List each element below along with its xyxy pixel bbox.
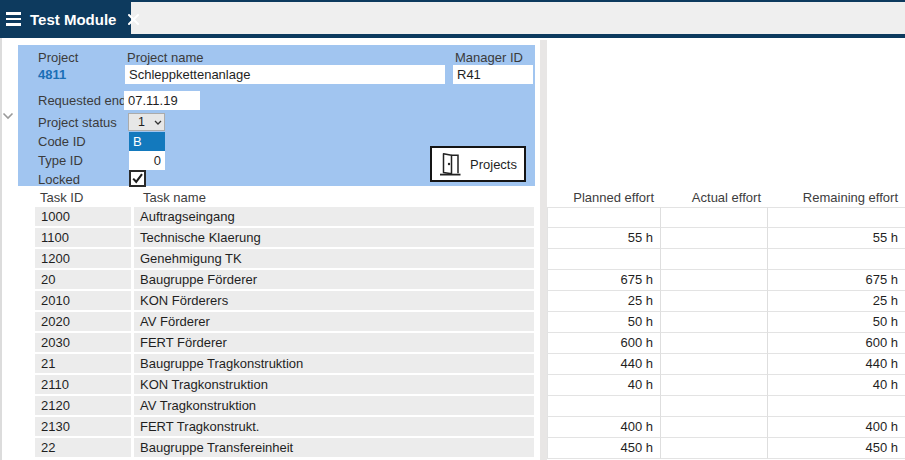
task-name-cell[interactable]: KON Tragkonstruktion bbox=[134, 375, 534, 394]
planned-effort-cell[interactable]: 675 h bbox=[547, 270, 661, 291]
planned-effort-cell[interactable] bbox=[547, 396, 661, 417]
task-name-cell[interactable]: KON Förderers bbox=[134, 291, 534, 310]
actual-effort-cell[interactable] bbox=[661, 396, 768, 417]
task-name-cell[interactable]: Technische Klaerung bbox=[134, 228, 534, 247]
locked-checkbox[interactable] bbox=[129, 170, 146, 187]
remaining-effort-cell[interactable]: 40 h bbox=[768, 375, 905, 396]
project-status-label: Project status bbox=[38, 115, 117, 130]
task-row[interactable]: 20Baugruppe Förderer bbox=[35, 270, 534, 289]
task-row[interactable]: 2010KON Förderers bbox=[35, 291, 534, 310]
task-row[interactable]: 2030FERT Förderer bbox=[35, 333, 534, 352]
remaining-effort-cell[interactable]: 50 h bbox=[768, 312, 905, 333]
task-id-cell[interactable]: 1000 bbox=[35, 207, 131, 226]
task-name-cell[interactable]: AV Förderer bbox=[134, 312, 534, 331]
task-name-cell[interactable]: FERT Tragkonstrukt. bbox=[134, 417, 534, 436]
task-rows-right: 55 h55 h675 h675 h25 h25 h50 h50 h600 h6… bbox=[547, 207, 905, 459]
task-id-cell[interactable]: 20 bbox=[35, 270, 131, 289]
actual-effort-cell[interactable] bbox=[661, 249, 768, 270]
close-icon[interactable] bbox=[127, 13, 140, 26]
task-row[interactable]: 22Baugruppe Transfereinheit bbox=[35, 438, 534, 457]
task-row[interactable]: 2110KON Tragkonstruktion bbox=[35, 375, 534, 394]
planned-effort-cell[interactable] bbox=[547, 207, 661, 228]
remaining-effort-cell[interactable]: 400 h bbox=[768, 417, 905, 438]
planned-effort-cell[interactable]: 40 h bbox=[547, 375, 661, 396]
actual-effort-cell[interactable] bbox=[661, 207, 768, 228]
manager-id-input[interactable] bbox=[453, 65, 533, 84]
actual-effort-cell[interactable] bbox=[661, 375, 768, 396]
remaining-effort-cell[interactable]: 440 h bbox=[768, 354, 905, 375]
task-row[interactable]: 2020AV Förderer bbox=[35, 312, 534, 331]
task-id-cell[interactable]: 2110 bbox=[35, 375, 131, 394]
task-name-cell[interactable]: Baugruppe Förderer bbox=[134, 270, 534, 289]
task-id-cell[interactable]: 1100 bbox=[35, 228, 131, 247]
remaining-effort-cell[interactable]: 25 h bbox=[768, 291, 905, 312]
actual-effort-cell[interactable] bbox=[661, 270, 768, 291]
remaining-effort-cell[interactable] bbox=[768, 249, 905, 270]
remaining-effort-cell[interactable] bbox=[768, 207, 905, 228]
requested-end-input[interactable] bbox=[124, 91, 200, 110]
chevron-down-icon[interactable] bbox=[2, 106, 14, 124]
tab-title: Test Module bbox=[30, 11, 116, 28]
planned-effort-cell[interactable]: 450 h bbox=[547, 438, 661, 459]
planned-effort-cell[interactable]: 50 h bbox=[547, 312, 661, 333]
actual-effort-cell[interactable] bbox=[661, 354, 768, 375]
task-id-cell[interactable]: 22 bbox=[35, 438, 131, 457]
task-name-cell[interactable]: Baugruppe Tragkonstruktion bbox=[134, 354, 534, 373]
planned-effort-cell[interactable]: 55 h bbox=[547, 228, 661, 249]
tab-test-module[interactable]: Test Module bbox=[0, 0, 131, 38]
remaining-effort-cell[interactable]: 55 h bbox=[768, 228, 905, 249]
task-id-cell[interactable]: 2020 bbox=[35, 312, 131, 331]
task-id-cell[interactable]: 2030 bbox=[35, 333, 131, 352]
remaining-effort-cell[interactable]: 675 h bbox=[768, 270, 905, 291]
column-header-planned-effort[interactable]: Planned effort bbox=[547, 190, 661, 205]
task-row[interactable]: 21Baugruppe Tragkonstruktion bbox=[35, 354, 534, 373]
locked-label: Locked bbox=[38, 172, 80, 187]
task-id-cell[interactable]: 2010 bbox=[35, 291, 131, 310]
project-number-value[interactable]: 4811 bbox=[38, 67, 66, 82]
project-form-panel: Project Project name Manager ID 4811 Req… bbox=[18, 45, 535, 186]
projects-button[interactable]: Projects bbox=[430, 146, 526, 182]
task-id-cell[interactable]: 21 bbox=[35, 354, 131, 373]
task-id-cell[interactable]: 1200 bbox=[35, 249, 131, 268]
tab-bar-empty-area bbox=[131, 2, 905, 34]
planned-effort-cell[interactable] bbox=[547, 249, 661, 270]
task-row[interactable]: 1000Auftragseingang bbox=[35, 207, 534, 226]
planned-effort-cell[interactable]: 400 h bbox=[547, 417, 661, 438]
task-effort-row: 25 h25 h bbox=[547, 291, 905, 312]
actual-effort-cell[interactable] bbox=[661, 417, 768, 438]
planned-effort-cell[interactable]: 600 h bbox=[547, 333, 661, 354]
actual-effort-cell[interactable] bbox=[661, 312, 768, 333]
planned-effort-cell[interactable]: 440 h bbox=[547, 354, 661, 375]
task-name-cell[interactable]: Auftragseingang bbox=[134, 207, 534, 226]
code-id-input[interactable]: B bbox=[129, 132, 165, 151]
task-row[interactable]: 1200Genehmigung TK bbox=[35, 249, 534, 268]
actual-effort-cell[interactable] bbox=[661, 228, 768, 249]
remaining-effort-cell[interactable]: 600 h bbox=[768, 333, 905, 354]
project-name-input[interactable] bbox=[125, 65, 445, 84]
actual-effort-cell[interactable] bbox=[661, 291, 768, 312]
manager-id-label: Manager ID bbox=[455, 50, 523, 65]
task-name-cell[interactable]: AV Tragkonstruktion bbox=[134, 396, 534, 415]
task-row[interactable]: 2130FERT Tragkonstrukt. bbox=[35, 417, 534, 436]
task-name-cell[interactable]: Baugruppe Transfereinheit bbox=[134, 438, 534, 457]
actual-effort-cell[interactable] bbox=[661, 438, 768, 459]
task-name-cell[interactable]: Genehmigung TK bbox=[134, 249, 534, 268]
hamburger-icon[interactable] bbox=[6, 12, 21, 25]
task-effort-row bbox=[547, 249, 905, 270]
task-id-cell[interactable]: 2130 bbox=[35, 417, 131, 436]
task-row[interactable]: 2120AV Tragkonstruktion bbox=[35, 396, 534, 415]
type-id-input[interactable] bbox=[129, 151, 165, 170]
column-header-remaining-effort[interactable]: Remaining effort bbox=[768, 190, 905, 205]
column-header-task-id[interactable]: Task ID bbox=[40, 190, 83, 205]
column-header-actual-effort[interactable]: Actual effort bbox=[661, 190, 768, 205]
column-header-task-name[interactable]: Task name bbox=[143, 190, 206, 205]
task-row[interactable]: 1100Technische Klaerung bbox=[35, 228, 534, 247]
remaining-effort-cell[interactable]: 450 h bbox=[768, 438, 905, 459]
remaining-effort-cell[interactable] bbox=[768, 396, 905, 417]
task-id-cell[interactable]: 2120 bbox=[35, 396, 131, 415]
planned-effort-cell[interactable]: 25 h bbox=[547, 291, 661, 312]
project-status-select[interactable]: 1 bbox=[128, 113, 165, 131]
task-name-cell[interactable]: FERT Förderer bbox=[134, 333, 534, 352]
actual-effort-cell[interactable] bbox=[661, 333, 768, 354]
pane-splitter[interactable] bbox=[540, 40, 547, 460]
